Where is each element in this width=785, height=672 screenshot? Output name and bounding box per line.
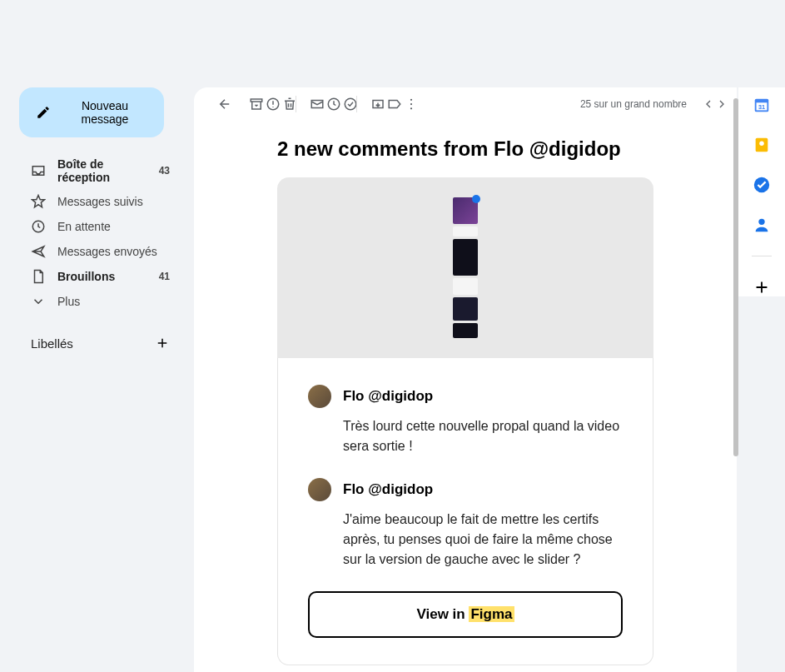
nav-label: Messages suivis	[57, 195, 170, 208]
thumbnail	[453, 278, 478, 295]
add-task-button[interactable]	[335, 97, 351, 112]
add-app-button[interactable]	[753, 278, 771, 296]
mark-unread-button[interactable]	[301, 97, 318, 112]
svg-point-5	[345, 98, 356, 110]
add-label-button[interactable]	[155, 336, 170, 351]
right-rail: 31	[738, 87, 785, 296]
svg-point-9	[410, 107, 412, 109]
comments-container: Flo @digidop Très lourd cette nouvelle p…	[277, 358, 653, 665]
compose-button[interactable]: Nouveau message	[19, 87, 164, 137]
comment-author: Flo @digidop	[343, 388, 433, 405]
chevron-down-icon	[31, 294, 46, 309]
move-to-button[interactable]	[362, 97, 379, 112]
view-in-figma-button[interactable]: View in Figma	[308, 591, 623, 638]
comment-text: J'aime beaucoup le fait de mettre les ce…	[343, 510, 623, 570]
file-icon	[31, 269, 46, 284]
thumbnail	[453, 297, 478, 321]
nav-label: En attente	[57, 220, 170, 233]
avatar	[308, 385, 331, 408]
inbox-icon	[31, 163, 46, 178]
thumbnail	[453, 323, 478, 338]
pencil-icon	[36, 105, 51, 120]
nav-label: Brouillons	[57, 270, 147, 283]
nav-item-drafts[interactable]: Brouillons 41	[19, 264, 181, 289]
svg-point-8	[410, 103, 412, 105]
snooze-button[interactable]	[318, 97, 335, 112]
contacts-app-icon[interactable]	[753, 216, 771, 234]
sidebar: Nouveau message Boîte de réception 43 Me…	[19, 87, 194, 672]
next-button[interactable]	[708, 97, 722, 111]
calendar-app-icon[interactable]: 31	[753, 96, 771, 114]
svg-point-16	[758, 219, 764, 225]
labels-section: Libellés	[19, 336, 181, 351]
preview-thumbnails	[453, 197, 478, 338]
more-button[interactable]	[395, 97, 412, 112]
svg-point-14	[759, 141, 764, 146]
comment-author: Flo @digidop	[343, 481, 433, 498]
delete-button[interactable]	[274, 97, 291, 112]
email-toolbar: 25 sur un grand nombre	[194, 87, 737, 121]
svg-text:31: 31	[758, 103, 765, 111]
svg-point-7	[410, 99, 412, 101]
nav-label: Messages envoyés	[57, 245, 170, 258]
comment-item: Flo @digidop J'aime beaucoup le fait de …	[308, 478, 623, 570]
toolbar-separator	[296, 96, 296, 112]
label-button[interactable]	[379, 97, 395, 112]
nav-item-inbox[interactable]: Boîte de réception 43	[19, 152, 181, 189]
nav-list: Boîte de réception 43 Messages suivis En…	[19, 152, 181, 314]
nav-item-sent[interactable]: Messages envoyés	[19, 239, 181, 264]
keep-app-icon[interactable]	[753, 136, 771, 154]
rail-separator	[752, 256, 772, 256]
star-icon	[31, 194, 46, 209]
compose-label: Nouveau message	[62, 99, 147, 126]
nav-label: Boîte de réception	[57, 157, 147, 184]
thumbnail	[453, 226, 478, 236]
email-body: 2 new comments from Flo @digidop Flo @di…	[194, 121, 737, 672]
send-icon	[31, 244, 46, 259]
cta-highlight: Figma	[469, 606, 514, 622]
nav-item-starred[interactable]: Messages suivis	[19, 189, 181, 214]
back-button[interactable]	[209, 97, 226, 112]
email-subject: 2 new comments from Flo @digidop	[277, 137, 653, 161]
tasks-app-icon[interactable]	[753, 176, 771, 194]
email-panel: 25 sur un grand nombre 2 new comments fr…	[194, 87, 737, 672]
clock-icon	[31, 219, 46, 234]
archive-button[interactable]	[241, 97, 257, 112]
nav-count: 41	[159, 271, 170, 282]
comment-text: Très lourd cette nouvelle propal quand l…	[343, 416, 623, 456]
thumbnail	[453, 239, 478, 276]
nav-label: Plus	[57, 295, 170, 308]
prev-button[interactable]	[695, 97, 708, 111]
cta-prefix: View in	[416, 606, 469, 622]
avatar	[308, 478, 331, 501]
labels-title: Libellés	[31, 336, 73, 351]
nav-count: 43	[159, 165, 170, 177]
figma-preview	[277, 177, 653, 358]
nav-item-snoozed[interactable]: En attente	[19, 214, 181, 239]
thumbnail	[453, 197, 478, 224]
comment-item: Flo @digidop Très lourd cette nouvelle p…	[308, 385, 623, 456]
pagination-text: 25 sur un grand nombre	[580, 98, 687, 110]
nav-item-more[interactable]: Plus	[19, 289, 181, 314]
toolbar-separator	[356, 96, 357, 112]
spam-button[interactable]	[257, 97, 274, 112]
